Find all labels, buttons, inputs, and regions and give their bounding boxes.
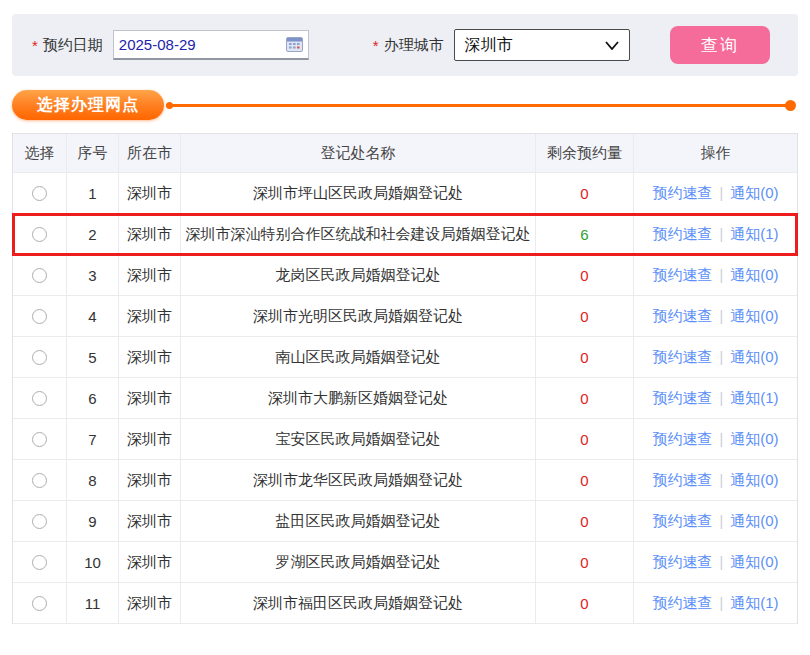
link-separator: | xyxy=(720,308,724,324)
branch-radio[interactable] xyxy=(32,514,47,529)
remaining-count: 6 xyxy=(580,226,588,243)
branch-radio[interactable] xyxy=(32,350,47,365)
quick-check-link[interactable]: 预约速查 xyxy=(653,184,713,203)
select-cell xyxy=(13,542,67,582)
city-select[interactable]: 深圳市 xyxy=(454,29,630,61)
remaining-cell: 0 xyxy=(536,460,634,500)
table-row: 6 深圳市 深圳市大鹏新区婚姻登记处 0 预约速查 | 通知(1) xyxy=(13,378,797,419)
table-row: 2 深圳市 深圳市深汕特别合作区统战和社会建设局婚姻登记处 6 预约速查 | 通… xyxy=(13,214,797,255)
row-city: 深圳市 xyxy=(119,419,181,459)
remaining-cell: 6 xyxy=(536,214,634,254)
date-input[interactable] xyxy=(119,36,286,53)
ops-cell: 预约速查 | 通知(0) xyxy=(634,501,797,541)
registry-name: 深圳市大鹏新区婚姻登记处 xyxy=(181,378,536,418)
notice-link[interactable]: 通知(0) xyxy=(730,553,778,572)
chevron-down-icon xyxy=(605,41,619,50)
branch-radio[interactable] xyxy=(32,227,47,242)
row-number: 4 xyxy=(67,296,119,336)
section-head: 选择办理网点 xyxy=(12,90,793,120)
link-separator: | xyxy=(720,226,724,242)
registry-name: 深圳市深汕特别合作区统战和社会建设局婚姻登记处 xyxy=(181,214,536,254)
quick-check-link[interactable]: 预约速查 xyxy=(653,471,713,490)
quick-check-link[interactable]: 预约速查 xyxy=(653,307,713,326)
link-separator: | xyxy=(720,185,724,201)
quick-check-link[interactable]: 预约速查 xyxy=(653,348,713,367)
table-row: 5 深圳市 南山区民政局婚姻登记处 0 预约速查 | 通知(0) xyxy=(13,337,797,378)
ops-cell: 预约速查 | 通知(0) xyxy=(634,255,797,295)
branch-radio[interactable] xyxy=(32,555,47,570)
quick-check-link[interactable]: 预约速查 xyxy=(653,266,713,285)
header-remaining: 剩余预约量 xyxy=(536,134,634,172)
row-city: 深圳市 xyxy=(119,214,181,254)
ops-cell: 预约速查 | 通知(0) xyxy=(634,542,797,582)
quick-check-link[interactable]: 预约速查 xyxy=(653,553,713,572)
ops-cell: 预约速查 | 通知(0) xyxy=(634,460,797,500)
branch-radio[interactable] xyxy=(32,186,47,201)
quick-check-link[interactable]: 预约速查 xyxy=(653,430,713,449)
branch-radio[interactable] xyxy=(32,432,47,447)
row-number: 10 xyxy=(67,542,119,582)
link-separator: | xyxy=(720,349,724,365)
registry-name: 宝安区民政局婚姻登记处 xyxy=(181,419,536,459)
branch-radio[interactable] xyxy=(32,596,47,611)
registry-name: 深圳市福田区民政局婚姻登记处 xyxy=(181,583,536,623)
header-city: 所在市 xyxy=(119,134,181,172)
notice-link[interactable]: 通知(1) xyxy=(730,225,778,244)
link-separator: | xyxy=(720,513,724,529)
remaining-count: 0 xyxy=(580,431,588,448)
remaining-cell: 0 xyxy=(536,296,634,336)
row-city: 深圳市 xyxy=(119,378,181,418)
registry-name: 深圳市龙华区民政局婚姻登记处 xyxy=(181,460,536,500)
remaining-count: 0 xyxy=(580,554,588,571)
select-cell xyxy=(13,378,67,418)
table-body: 1 深圳市 深圳市坪山区民政局婚姻登记处 0 预约速查 | 通知(0) 2 深圳… xyxy=(13,173,797,624)
registry-name: 南山区民政局婚姻登记处 xyxy=(181,337,536,377)
notice-link[interactable]: 通知(0) xyxy=(730,348,778,367)
quick-check-link[interactable]: 预约速查 xyxy=(653,389,713,408)
row-number: 7 xyxy=(67,419,119,459)
registry-name: 深圳市光明区民政局婚姻登记处 xyxy=(181,296,536,336)
notice-link[interactable]: 通知(0) xyxy=(730,307,778,326)
quick-check-link[interactable]: 预约速查 xyxy=(653,594,713,613)
branch-radio[interactable] xyxy=(32,309,47,324)
calendar-icon[interactable] xyxy=(286,37,303,52)
select-cell xyxy=(13,173,67,213)
row-city: 深圳市 xyxy=(119,501,181,541)
ops-cell: 预约速查 | 通知(0) xyxy=(634,296,797,336)
notice-link[interactable]: 通知(0) xyxy=(730,430,778,449)
query-button[interactable]: 查询 xyxy=(670,26,770,64)
notice-link[interactable]: 通知(1) xyxy=(730,594,778,613)
date-field[interactable] xyxy=(113,30,309,60)
notice-link[interactable]: 通知(0) xyxy=(730,512,778,531)
remaining-cell: 0 xyxy=(536,419,634,459)
remaining-count: 0 xyxy=(580,185,588,202)
ops-cell: 预约速查 | 通知(0) xyxy=(634,419,797,459)
notice-link[interactable]: 通知(0) xyxy=(730,471,778,490)
remaining-cell: 0 xyxy=(536,583,634,623)
header-no: 序号 xyxy=(67,134,119,172)
required-mark: * xyxy=(32,37,38,54)
ops-cell: 预约速查 | 通知(1) xyxy=(634,378,797,418)
row-number: 1 xyxy=(67,173,119,213)
registry-name: 龙岗区民政局婚姻登记处 xyxy=(181,255,536,295)
notice-link[interactable]: 通知(0) xyxy=(730,184,778,203)
remaining-cell: 0 xyxy=(536,378,634,418)
table-row: 11 深圳市 深圳市福田区民政局婚姻登记处 0 预约速查 | 通知(1) xyxy=(13,583,797,624)
table-row: 9 深圳市 盐田区民政局婚姻登记处 0 预约速查 | 通知(0) xyxy=(13,501,797,542)
branch-radio[interactable] xyxy=(32,473,47,488)
city-select-value: 深圳市 xyxy=(465,35,513,56)
table-row: 3 深圳市 龙岗区民政局婚姻登记处 0 预约速查 | 通知(0) xyxy=(13,255,797,296)
notice-link[interactable]: 通知(0) xyxy=(730,266,778,285)
row-city: 深圳市 xyxy=(119,296,181,336)
quick-check-link[interactable]: 预约速查 xyxy=(653,225,713,244)
branch-radio[interactable] xyxy=(32,268,47,283)
select-cell xyxy=(13,419,67,459)
notice-link[interactable]: 通知(1) xyxy=(730,389,778,408)
quick-check-link[interactable]: 预约速查 xyxy=(653,512,713,531)
link-separator: | xyxy=(720,431,724,447)
branch-radio[interactable] xyxy=(32,391,47,406)
link-separator: | xyxy=(720,554,724,570)
row-number: 11 xyxy=(67,583,119,623)
header-ops: 操作 xyxy=(634,134,797,172)
remaining-count: 0 xyxy=(580,595,588,612)
